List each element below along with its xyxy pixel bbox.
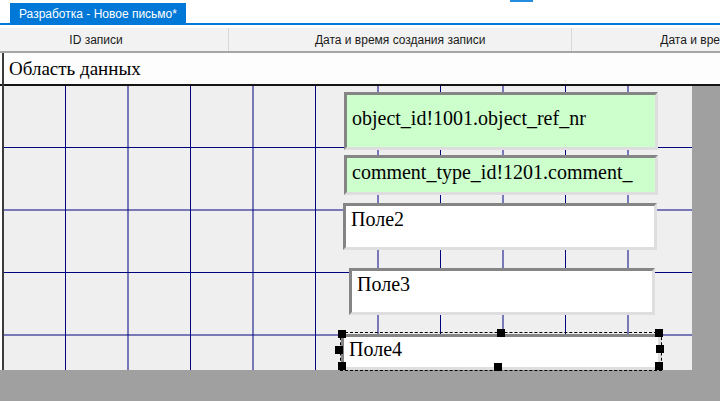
data-band-label: Область данных [9, 58, 141, 80]
column-header-row: ID записи Дата и время создания записи Д… [0, 28, 720, 53]
selection-handle-bottom-right[interactable] [655, 362, 663, 370]
canvas-margin-bottom [0, 370, 720, 401]
selection-handle-middle-right[interactable] [656, 345, 664, 353]
selection-handle-bottom-left[interactable] [338, 362, 346, 370]
field-pole2[interactable]: Поле2 [343, 203, 657, 250]
header-column-record-id[interactable]: ID записи [0, 28, 229, 51]
field-comment-type[interactable]: comment_type_id!1201.comment_ [344, 155, 658, 195]
data-band-header[interactable]: Область данных [0, 53, 720, 86]
band-left-border [2, 53, 4, 370]
selection-handle-bottom-middle[interactable] [494, 363, 502, 371]
selection-handle-top-left[interactable] [338, 330, 346, 338]
selection-handle-middle-left[interactable] [335, 346, 343, 354]
field-object-ref[interactable]: object_id!1001.object_ref_nr [344, 92, 658, 150]
selection-handle-top-right[interactable] [655, 329, 663, 337]
selection-handle-top-middle[interactable] [497, 329, 505, 337]
canvas-margin-right [692, 86, 720, 401]
toolbar-remnant-mark [510, 0, 533, 2]
tab-development-new-letter[interactable]: Разработка - Новое письмо* [10, 3, 186, 25]
field-pole3[interactable]: Поле3 [349, 268, 655, 315]
header-column-created-datetime[interactable]: Дата и время создания записи [229, 28, 572, 51]
header-column-modified-datetime[interactable]: Дата и вре [572, 28, 720, 51]
